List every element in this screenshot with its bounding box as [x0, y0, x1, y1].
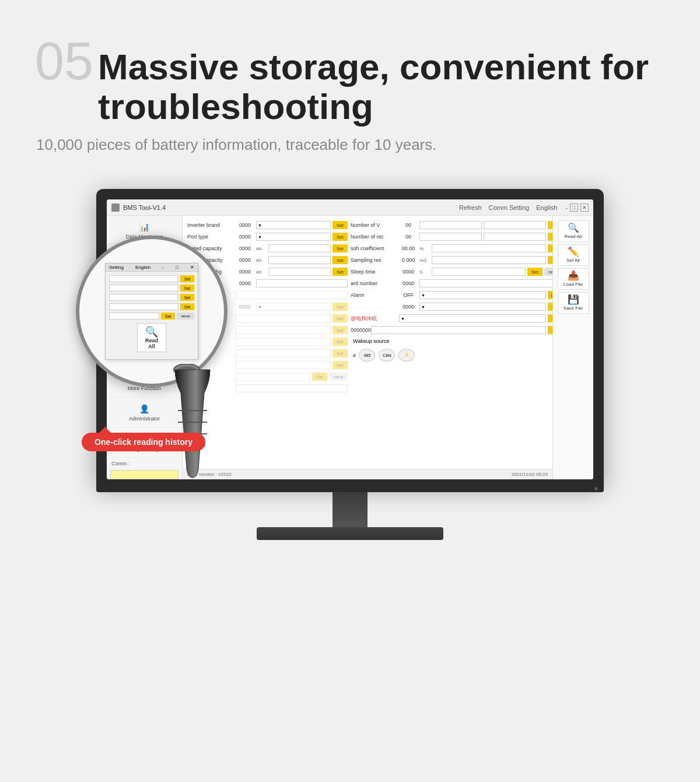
wakeup-label-current: ⚡	[404, 353, 410, 357]
set-btn-heating1[interactable]: Set	[332, 326, 348, 334]
comm-input[interactable]	[110, 470, 178, 479]
mag-set-btn-3[interactable]: Set	[180, 294, 194, 301]
dialog-maximize[interactable]: □	[176, 265, 178, 270]
input-long-value[interactable]	[371, 326, 546, 334]
input-number-ntc2[interactable]	[484, 233, 546, 241]
magnifier-circle: Setting English - □ ✕ Set	[76, 236, 228, 387]
input-number-v[interactable]	[419, 221, 482, 229]
label-number-v: Number of V	[351, 222, 397, 228]
mag-input-4[interactable]	[109, 303, 178, 310]
value-soh: 00.00	[399, 246, 418, 251]
set-btn-rated-capacity[interactable]: Set	[332, 244, 348, 253]
input-sampling-res[interactable]	[432, 256, 546, 264]
unit-sleep-time: S	[419, 269, 430, 275]
param-row-long-value: 0000000000 Set	[349, 324, 552, 336]
dropdown-inverter-brand[interactable]: ▼	[256, 221, 331, 229]
wakeup-btn-current[interactable]: ⚡	[398, 349, 415, 362]
value-number-v: 00	[399, 222, 418, 228]
page-subtitle: 10,000 pieces of battery information, tr…	[36, 136, 665, 154]
refresh-menu[interactable]: Refresh	[459, 204, 482, 211]
language-menu[interactable]: English	[536, 204, 557, 211]
dropdown-extra1[interactable]: ▼	[419, 303, 546, 311]
set-btn-current-limit[interactable]: Set	[332, 303, 348, 311]
label-soh: soh coefficient	[351, 246, 397, 251]
set-btn-number-v[interactable]: Set	[548, 221, 552, 229]
mag-nerve-btn-5[interactable]: nerve	[177, 313, 194, 320]
set-btn-totalah-chg[interactable]: Set	[332, 268, 348, 276]
set-btn-rs485[interactable]: Set	[332, 361, 348, 369]
timestamp: 2022/11/10 09:23	[512, 472, 548, 477]
dialog-close[interactable]: ✕	[190, 265, 194, 270]
set-btn-inverter-brand[interactable]: Set	[332, 221, 348, 229]
comm-label: Comm :	[107, 458, 182, 469]
input-actual-capacity[interactable]	[268, 256, 331, 264]
set-all-btn[interactable]: ✏️ Set All	[558, 244, 589, 266]
mag-input-1[interactable]	[109, 275, 178, 282]
set-btn-sleep-time[interactable]: Set	[527, 268, 542, 276]
dropdown-alarm[interactable]: ▼	[419, 291, 546, 299]
mag-set-btn-1[interactable]: Set	[180, 275, 194, 282]
nerve-btn-bat-c[interactable]: nerve	[329, 373, 348, 381]
dropdown-discharge-sleep[interactable]: ▼	[399, 314, 546, 322]
step-number: 05	[35, 35, 93, 87]
page-title-line1: Massive storage, convenient for	[98, 47, 649, 87]
set-btn-soc[interactable]: Set	[332, 314, 348, 322]
monitor-base	[257, 527, 443, 540]
mag-row-3: Set	[109, 294, 194, 301]
wakeup-btn-can[interactable]: CAN	[379, 349, 395, 362]
save-file-icon: 💾	[568, 295, 579, 304]
dropdown-current-limit[interactable]: ▼	[256, 303, 331, 311]
minimize-btn[interactable]: □	[570, 204, 578, 212]
input-number-ntc[interactable]	[419, 233, 482, 241]
comm-setting-menu[interactable]: Comm Setting	[489, 204, 530, 211]
input-soh[interactable]	[432, 244, 546, 253]
param-row-discharge-sleep: 放电和休眠 ▼ Set	[349, 313, 552, 324]
save-file-btn[interactable]: 💾 Save File	[558, 292, 589, 314]
param-row-number-ntc: Number of ntc 00 Set	[349, 231, 552, 243]
set-btn-long-value[interactable]: Set	[548, 326, 552, 334]
set-btn-number-ntc[interactable]: Set	[548, 233, 552, 241]
load-file-btn[interactable]: 📥 Load File	[558, 268, 589, 290]
input-rated-capacity[interactable]	[268, 244, 331, 253]
wakeup-label: Wakeup source	[353, 338, 389, 344]
set-btn-soh[interactable]: Set	[548, 244, 552, 253]
mag-input-5[interactable]	[109, 313, 159, 320]
wakeup-btn-485[interactable]: 485	[359, 349, 375, 362]
value-extra1: 0000	[399, 304, 418, 310]
nerve-btn-sleep-time[interactable]: nerve	[544, 268, 552, 276]
input-sleep-time[interactable]	[432, 268, 526, 276]
set-btn-actual-capacity[interactable]: Set	[332, 256, 348, 264]
set-all-label: Set All	[566, 258, 580, 263]
input-number-v2[interactable]	[484, 221, 546, 229]
wakeup-source-d: d	[353, 353, 355, 358]
set-btn-heating2[interactable]: Set	[332, 338, 348, 346]
set-btn-alarm[interactable]: 设置	[548, 291, 552, 299]
mag-row-2: Set	[109, 285, 194, 292]
mag-set-btn-5[interactable]: Set	[161, 313, 175, 320]
read-all-btn[interactable]: 🔍 Read All	[558, 220, 589, 242]
set-btn-discharge-sleep[interactable]: Set	[548, 314, 552, 322]
read-all-box[interactable]: 🔍 ReadAll	[137, 323, 166, 352]
set-btn-bat-c[interactable]: Set	[312, 373, 327, 381]
mag-set-btn-2[interactable]: Set	[180, 285, 194, 292]
mag-input-2[interactable]	[109, 285, 178, 292]
set-btn-port-type[interactable]: Set	[332, 233, 348, 241]
param-row-sleep-time: Sleep time 0000 S Set nerve	[349, 266, 552, 278]
dialog-minimize[interactable]: -	[162, 265, 164, 270]
callout-container: One-click reading history	[82, 433, 205, 451]
unit-soh: %	[419, 246, 430, 251]
mag-input-3[interactable]	[109, 294, 178, 301]
input-totalah-chg[interactable]	[268, 268, 331, 276]
value-sleep-time: 0000	[399, 269, 418, 275]
dropdown-port-type[interactable]: ▼	[256, 233, 331, 241]
set-btn-can[interactable]: Set	[332, 349, 348, 357]
mag-set-btn-4[interactable]: Set	[180, 303, 194, 310]
set-btn-sampling-res[interactable]: Set	[548, 256, 552, 264]
close-btn[interactable]: ✕	[580, 204, 589, 212]
callout-text: One-click reading history	[82, 433, 205, 451]
monitor-power-dot	[594, 487, 598, 490]
input-ard-number[interactable]	[419, 279, 552, 287]
set-btn-extra1[interactable]: Set	[548, 303, 552, 311]
load-file-label: Load File	[564, 282, 583, 287]
input-totalah-dis[interactable]	[256, 279, 348, 287]
